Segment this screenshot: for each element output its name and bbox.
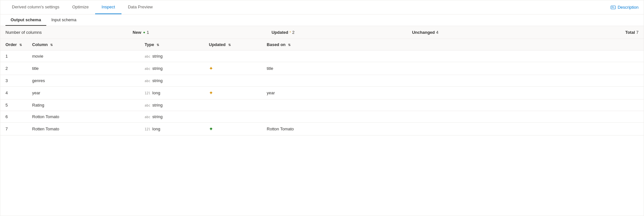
cell-order: 1 xyxy=(0,51,27,62)
cell-updated: ✦ xyxy=(204,123,262,136)
stat-total-label: Total xyxy=(625,30,635,35)
col-header-order[interactable]: Order ⇅ xyxy=(0,39,27,51)
stat-updated-value: 2 xyxy=(292,30,294,35)
tabs-container: Derived column's settings Optimize Inspe… xyxy=(5,0,159,14)
tab-data-preview[interactable]: Data Preview xyxy=(121,0,159,14)
cell-order: 5 xyxy=(0,99,27,111)
cell-type: 12llong xyxy=(139,87,204,99)
cell-column: year xyxy=(27,87,139,99)
cell-updated xyxy=(204,111,262,123)
col-header-column[interactable]: Column ⇅ xyxy=(27,39,139,51)
sort-icon-type: ⇅ xyxy=(157,43,159,47)
cell-based-on xyxy=(262,51,644,62)
table-row: 3genresabcstring xyxy=(0,75,644,87)
table-container: Order ⇅ Column ⇅ Type ⇅ Updated ⇅ xyxy=(0,39,644,216)
cell-type: 12llong xyxy=(139,123,204,136)
sort-icon-column: ⇅ xyxy=(50,43,53,47)
cell-column: Rating xyxy=(27,99,139,111)
main-wrapper: Derived column's settings Optimize Inspe… xyxy=(0,0,644,216)
updated-star: ✦ xyxy=(209,126,213,132)
svg-rect-0 xyxy=(611,6,615,9)
cell-based-on: title xyxy=(262,62,644,75)
sort-icon-based-on: ⇅ xyxy=(288,43,291,47)
updated-star: ✦ xyxy=(209,66,213,71)
sub-tab-output-schema[interactable]: Output schema xyxy=(5,14,46,26)
type-prefix: abc xyxy=(145,67,150,70)
type-prefix: abc xyxy=(145,115,150,119)
cell-column: Rotton Tomato xyxy=(27,111,139,123)
description-icon xyxy=(611,5,616,10)
description-button[interactable]: Description xyxy=(611,5,639,10)
col-header-based-on[interactable]: Based on ⇅ xyxy=(262,39,644,51)
cell-updated: ✦ xyxy=(204,87,262,99)
cell-based-on: Rotton Tomato xyxy=(262,123,644,136)
cell-updated xyxy=(204,99,262,111)
table-row: 1movieabcstring xyxy=(0,51,644,62)
table-row: 4year12llong✦year xyxy=(0,87,644,99)
stats-label: Number of columns xyxy=(5,30,70,35)
type-prefix: abc xyxy=(145,79,150,83)
cell-order: 2 xyxy=(0,62,27,75)
cell-based-on: year xyxy=(262,87,644,99)
cell-type: abcstring xyxy=(139,62,204,75)
sort-icon-order: ⇅ xyxy=(19,43,22,47)
stat-new-label: New xyxy=(133,30,141,35)
cell-updated xyxy=(204,75,262,87)
type-prefix: 12l xyxy=(145,127,150,131)
stat-total-value: 7 xyxy=(636,30,639,35)
table-body: 1movieabcstring2titleabcstring✦title3gen… xyxy=(0,51,644,136)
table-row: 7Rotten Tomato12llong✦Rotton Tomato xyxy=(0,123,644,136)
cell-type: abcstring xyxy=(139,111,204,123)
cell-based-on xyxy=(262,111,644,123)
stat-updated-label: Updated xyxy=(272,30,288,35)
cell-order: 7 xyxy=(0,123,27,136)
table-row: 6Rotton Tomatoabcstring xyxy=(0,111,644,123)
stats-bar: Number of columns New✦ 1 Updated* 2 Unch… xyxy=(0,26,644,39)
col-header-updated[interactable]: Updated ⇅ xyxy=(204,39,262,51)
cell-updated xyxy=(204,51,262,62)
cell-type: abcstring xyxy=(139,99,204,111)
table-row: 5Ratingabcstring xyxy=(0,99,644,111)
type-prefix: 12l xyxy=(145,91,150,95)
type-prefix: abc xyxy=(145,104,150,107)
cell-column: Rotten Tomato xyxy=(27,123,139,136)
cell-order: 3 xyxy=(0,75,27,87)
cell-type: abcstring xyxy=(139,51,204,62)
cell-order: 4 xyxy=(0,87,27,99)
stat-unchanged: Unchanged 4 xyxy=(354,30,496,35)
type-prefix: abc xyxy=(145,55,150,58)
sub-tab-input-schema[interactable]: Input schema xyxy=(46,14,82,26)
stat-total: Total 7 xyxy=(496,30,639,35)
cell-updated: ✦ xyxy=(204,62,262,75)
cell-type: abcstring xyxy=(139,75,204,87)
sub-tab-bar: Output schema Input schema xyxy=(0,14,644,26)
cell-column: title xyxy=(27,62,139,75)
stat-new: New✦ 1 xyxy=(70,30,212,35)
stat-new-asterisk: ✦ xyxy=(143,31,146,35)
tab-optimize[interactable]: Optimize xyxy=(66,0,95,14)
stat-new-value: 1 xyxy=(147,30,149,35)
col-header-type[interactable]: Type ⇅ xyxy=(139,39,204,51)
cell-column: genres xyxy=(27,75,139,87)
cell-column: movie xyxy=(27,51,139,62)
cell-order: 6 xyxy=(0,111,27,123)
top-tab-bar: Derived column's settings Optimize Inspe… xyxy=(0,0,644,14)
table-row: 2titleabcstring✦title xyxy=(0,62,644,75)
cell-based-on xyxy=(262,75,644,87)
stat-updated: Updated* 2 xyxy=(212,30,354,35)
tab-inspect[interactable]: Inspect xyxy=(95,0,121,14)
table-header: Order ⇅ Column ⇅ Type ⇅ Updated ⇅ xyxy=(0,39,644,51)
sort-icon-updated: ⇅ xyxy=(228,43,231,47)
cell-based-on xyxy=(262,99,644,111)
stat-unchanged-label: Unchanged xyxy=(412,30,435,35)
data-table: Order ⇅ Column ⇅ Type ⇅ Updated ⇅ xyxy=(0,39,644,136)
stat-unchanged-value: 4 xyxy=(436,30,438,35)
tab-derived-column[interactable]: Derived column's settings xyxy=(5,0,66,14)
updated-star: ✦ xyxy=(209,90,213,96)
stat-updated-asterisk: * xyxy=(290,31,291,34)
